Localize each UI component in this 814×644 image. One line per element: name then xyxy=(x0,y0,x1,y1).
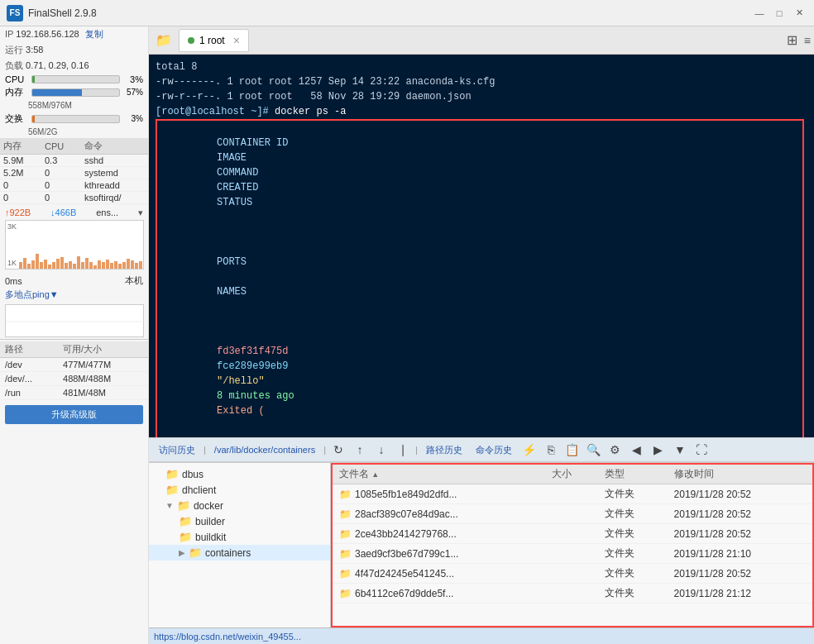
svg-rect-13 xyxy=(73,264,76,270)
proc-mem: 5.9M xyxy=(0,155,41,167)
maximize-button[interactable]: □ xyxy=(771,5,788,21)
cpu-pct: 3% xyxy=(123,74,143,84)
play-icon[interactable]: ▶ xyxy=(649,441,668,459)
svg-rect-6 xyxy=(44,260,47,270)
terminal[interactable]: total 8 -rw-------. 1 root root 1257 Sep… xyxy=(149,55,814,437)
upload-button[interactable]: ↑ xyxy=(351,441,369,459)
fs-section: 路径 可用/大小 /dev 477M/477M /dev/... 488M/48… xyxy=(0,339,148,402)
file-size xyxy=(545,484,598,504)
copy-icon[interactable]: ⎘ xyxy=(542,441,560,459)
svg-rect-0 xyxy=(19,262,22,270)
file-list-row[interactable]: 📁2ce43bb2414279768... 文件夹 2019/11/28 20:… xyxy=(333,524,812,544)
tree-item-buildkit[interactable]: 📁 buildkit xyxy=(149,529,330,545)
svg-rect-26 xyxy=(127,259,130,270)
swap-detail-row: 56M/2G xyxy=(0,126,148,138)
fs-table: 路径 可用/大小 /dev 477M/477M /dev/... 488M/48… xyxy=(0,341,148,400)
fs-header-path: 路径 xyxy=(0,341,58,358)
path-label[interactable]: /var/lib/docker/containers xyxy=(209,443,320,456)
tab-root[interactable]: 1 root × xyxy=(179,29,249,52)
folder-icon[interactable]: 📁 xyxy=(152,29,175,52)
file-type: 文件夹 xyxy=(598,584,667,603)
mem-bar xyxy=(31,88,120,97)
settings-icon[interactable]: ⚙ xyxy=(606,441,625,459)
term-line-anaconda: -rw-------. 1 root root 1257 Sep 14 23:2… xyxy=(156,74,807,89)
file-list-row[interactable]: 📁3aed9cf3be67d799c1... 文件夹 2019/11/28 21… xyxy=(333,544,812,564)
tab-close-button[interactable]: × xyxy=(233,34,240,47)
fs-size: 477M/477M xyxy=(58,358,148,372)
ip-row: IP 192.168.56.128 复制 xyxy=(0,26,148,42)
minimize-button[interactable]: — xyxy=(751,5,768,21)
svg-rect-16 xyxy=(85,258,89,270)
mem-pct: 57% xyxy=(123,88,143,97)
folder-icon: 📁 xyxy=(177,499,190,512)
file-name: 📁6b4112ce67d9dde5f... xyxy=(333,584,545,603)
svg-rect-23 xyxy=(114,261,117,270)
prev-icon[interactable]: ◀ xyxy=(628,441,646,459)
svg-rect-24 xyxy=(118,264,122,270)
cpu-row: CPU 3% xyxy=(0,74,148,85)
paste-icon[interactable]: 📋 xyxy=(563,441,582,459)
svg-rect-4 xyxy=(36,254,39,270)
down-icon[interactable]: ▼ xyxy=(671,441,689,459)
search-icon[interactable]: 🔍 xyxy=(585,441,603,459)
file-type: 文件夹 xyxy=(598,544,667,564)
tree-item-dhclient[interactable]: 📁 dhclient xyxy=(149,482,330,498)
cmd-history-button[interactable]: 命令历史 xyxy=(471,442,517,458)
fs-row: /run 481M/48M xyxy=(0,386,148,400)
network-chart: 3K 1K xyxy=(5,220,144,270)
tree-item-containers[interactable]: ▶ 📁 containers xyxy=(149,545,330,561)
history-button[interactable]: 访问历史 xyxy=(154,442,200,458)
proc-mem: 5.2M xyxy=(0,167,41,179)
file-list-row[interactable]: 📁4f47d24245e541245... 文件夹 2019/11/28 20:… xyxy=(333,564,812,584)
swap-label: 交换 xyxy=(5,112,28,125)
file-folder-icon: 📁 xyxy=(339,548,352,560)
swap-bar-fill xyxy=(32,116,35,122)
file-type: 文件夹 xyxy=(598,504,667,524)
mem-bar-fill xyxy=(32,89,82,96)
close-button[interactable]: ✕ xyxy=(791,5,807,21)
runtime-value: 3:58 xyxy=(26,45,43,55)
fullscreen-icon[interactable]: ⛶ xyxy=(692,441,711,459)
file-size xyxy=(545,564,598,584)
path-history-button[interactable]: 路径历史 xyxy=(421,442,467,458)
mem-detail-row: 558M/976M xyxy=(0,99,148,112)
grid-icon[interactable]: ⊞ xyxy=(787,32,797,48)
svg-rect-28 xyxy=(135,263,138,270)
tree-item-dbus[interactable]: 📁 dbus xyxy=(149,466,330,482)
file-list-row[interactable]: 📁1085e5fb1e849d2dfd... 文件夹 2019/11/28 20… xyxy=(333,484,812,504)
runtime-row: 运行 3:58 xyxy=(0,42,148,58)
net-expand-icon[interactable]: ▾ xyxy=(138,208,143,218)
menu-icon[interactable]: ≡ xyxy=(804,34,811,47)
col-modified[interactable]: 修改时间 xyxy=(668,465,812,484)
net-down: ↓466B xyxy=(50,208,76,218)
tree-item-builder[interactable]: 📁 builder xyxy=(149,513,330,529)
file-modified: 2019/11/28 20:52 xyxy=(668,484,812,504)
svg-rect-21 xyxy=(106,260,109,270)
multiping-row[interactable]: 多地点ping▼ xyxy=(0,289,148,303)
col-type[interactable]: 类型 xyxy=(598,465,667,484)
folder-icon: 📁 xyxy=(179,531,192,543)
proc-header-mem: 内存 xyxy=(0,138,41,155)
refresh-button[interactable]: ↻ xyxy=(329,441,347,459)
tree-label-buildkit: buildkit xyxy=(195,532,226,543)
titlebar: FS FinalShell 2.9.8 — □ ✕ xyxy=(0,0,814,26)
swap-pct: 3% xyxy=(123,114,143,123)
bottom-toolbar: 访问历史 | /var/lib/docker/containers | ↻ ↑ … xyxy=(149,437,814,462)
file-folder-icon: 📁 xyxy=(339,489,352,500)
upgrade-button[interactable]: 升级高级版 xyxy=(5,405,143,424)
file-name: 📁4f47d24245e541245... xyxy=(333,564,545,584)
load-value: 0.71, 0.29, 0.16 xyxy=(26,60,89,70)
col-filename[interactable]: 文件名 ▲ xyxy=(333,465,545,484)
load-row: 负载 0.71, 0.29, 0.16 xyxy=(0,58,148,74)
col-size[interactable]: 大小 xyxy=(545,465,598,484)
copy-button[interactable]: 复制 xyxy=(85,29,103,39)
svg-rect-19 xyxy=(98,260,101,270)
multiping-label[interactable]: 多地点ping▼ xyxy=(5,289,59,299)
file-list-row[interactable]: 📁28acf389c07e84d9ac... 文件夹 2019/11/28 20… xyxy=(333,504,812,524)
tree-item-docker[interactable]: ▼ 📁 docker xyxy=(149,498,330,513)
folder-icon: 📁 xyxy=(165,484,179,496)
fs-tbody: /dev 477M/477M /dev/... 488M/488M /run 4… xyxy=(0,358,148,400)
download-button[interactable]: ↓ xyxy=(372,441,390,459)
file-list-row[interactable]: 📁6b4112ce67d9dde5f... 文件夹 2019/11/28 21:… xyxy=(333,584,812,603)
lightning-icon[interactable]: ⚡ xyxy=(520,441,539,459)
